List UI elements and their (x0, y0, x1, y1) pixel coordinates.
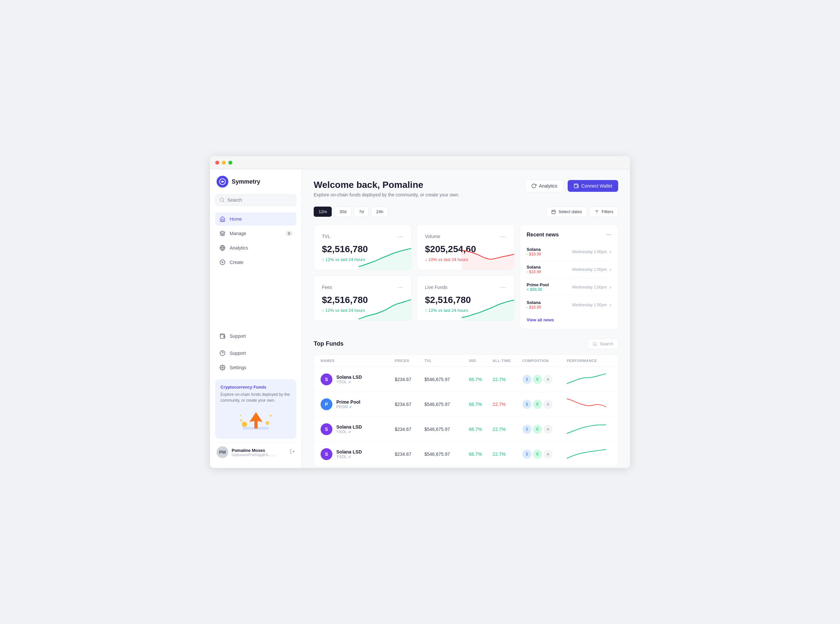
time-filter-24h[interactable]: 24h (371, 207, 388, 217)
filters-button[interactable]: Filters (589, 207, 618, 217)
news-price-3: - $18.99 (527, 305, 572, 309)
top-funds-title: Top Funds (314, 340, 343, 347)
time-filter-7d[interactable]: 7d (354, 207, 368, 217)
table-row[interactable]: S Solana LSD YSOL ✓ $234.67 $546,675.97 … (314, 442, 618, 466)
minimize-dot[interactable] (222, 161, 226, 165)
time-filter-12m[interactable]: 12m (314, 207, 332, 217)
sidebar-item-connect-wallet[interactable]: Support (215, 329, 296, 343)
fund-alltime-2: 22.7% (492, 426, 522, 432)
view-all-news-link[interactable]: View all news (527, 317, 611, 322)
tvl-label: TVL (322, 234, 330, 239)
promo-image-svg: ✦ ✦ (236, 411, 275, 434)
news-item-3[interactable]: Solana - $18.99 Wednesday 1:00pm › (527, 296, 611, 314)
fund-alltime-1: 22.7% (492, 402, 522, 407)
perf-chart-0 (567, 372, 606, 385)
select-dates-button[interactable]: Select dates (546, 207, 587, 217)
svg-marker-11 (249, 412, 263, 429)
funds-table: NAMES PRICES TVL 30D ALL-TIME COMPOSTION… (314, 354, 618, 466)
news-coin-3: Solana (527, 300, 572, 305)
fees-arrow: ↑ (322, 308, 324, 313)
table-row[interactable]: S Solana LSD YSOL ✓ $234.67 $546,675.97 … (314, 367, 618, 392)
volume-chart (462, 247, 514, 270)
fund-avatar-0: S (320, 374, 333, 385)
fund-tvl-3: $546,675.97 (424, 451, 469, 457)
volume-arrow: ↓ (425, 257, 427, 262)
table-header: NAMES PRICES TVL 30D ALL-TIME COMPOSTION… (314, 355, 618, 367)
volume-label: Volume (425, 234, 440, 239)
tvl-menu[interactable]: ⋯ (398, 233, 403, 240)
sidebar-item-analytics[interactable]: Analytics (215, 241, 296, 255)
sidebar-item-settings[interactable]: Settings (215, 361, 296, 374)
fund-composition-2: $ € ≡ (522, 425, 567, 434)
news-info-3: Solana - $18.99 (527, 300, 572, 309)
fees-label-row: Fees ⋯ (322, 284, 403, 291)
analytics-button[interactable]: Analytics (525, 180, 564, 192)
fund-avatar-1: P (320, 398, 333, 410)
news-item-2[interactable]: Prime Pool + $88.00 Wednesday 1:00pm › (527, 278, 611, 296)
fund-performance-1 (567, 397, 611, 411)
fund-30d-3: 66.7% (469, 451, 492, 457)
svg-marker-2 (220, 231, 225, 234)
fees-menu[interactable]: ⋯ (398, 284, 403, 291)
table-row[interactable]: P Prime Pool PRSM ✓ $234.67 $546,675.97 … (314, 392, 618, 417)
funds-search-label: Search (600, 341, 613, 346)
stat-card-live-funds: Live Funds ⋯ $2,516,780 ↑ 12% vs last 24… (417, 275, 515, 321)
time-filter-30d[interactable]: 30d (334, 207, 351, 217)
manage-label: Manage (230, 231, 246, 236)
live-funds-menu[interactable]: ⋯ (500, 284, 506, 291)
fees-label: Fees (322, 285, 332, 290)
svg-point-1 (220, 198, 224, 202)
logo-text: Symmetry (232, 178, 260, 185)
fund-ticker-2: YSOL ✓ (336, 429, 362, 434)
volume-menu[interactable]: ⋯ (500, 233, 506, 240)
live-funds-chart (462, 298, 514, 321)
support-label: Support (230, 351, 246, 356)
comp-icon-blue-3: $ (522, 449, 532, 459)
comp-icon-green-2: € (533, 425, 542, 434)
fund-alltime-0: 22.7% (492, 377, 522, 382)
fund-name-3: Solana LSD (336, 449, 362, 454)
news-chevron-1: › (610, 267, 611, 272)
welcome-section: Welcome back, Pomaline Explore on-chain … (314, 180, 459, 198)
sidebar-item-support[interactable]: Support (215, 347, 296, 360)
comp-icon-green-0: € (533, 375, 542, 384)
news-item-0[interactable]: Solana - $18.99 Wednesday 1:00pm › (527, 243, 611, 261)
news-title: Recent news ⋯ (527, 232, 611, 238)
fund-ticker-0: YSOL ✓ (336, 380, 362, 384)
main-header: Welcome back, Pomaline Explore on-chain … (314, 180, 618, 198)
comp-icon-gray-2: ≡ (543, 425, 552, 434)
news-coin-1: Solana (527, 265, 572, 270)
comp-icon-blue-2: $ (522, 425, 532, 434)
search-box[interactable] (215, 194, 296, 206)
svg-point-25 (593, 342, 596, 345)
close-dot[interactable] (215, 161, 219, 165)
stat-card-volume: Volume ⋯ $205,254,60 ↓ 10% vs last 24 ho… (417, 225, 515, 270)
fund-avatar-3: S (320, 448, 333, 460)
table-row[interactable]: S Solana LSD YSOL ✓ $234.67 $546,675.97 … (314, 417, 618, 442)
fund-price-2: $234.67 (395, 426, 424, 432)
news-item-1[interactable]: Solana - $18.99 Wednesday 1:00pm › (527, 261, 611, 278)
live-funds-label-row: Live Funds ⋯ (425, 284, 506, 291)
news-menu[interactable]: ⋯ (606, 232, 611, 238)
fund-tvl-2: $546,675.97 (424, 426, 469, 432)
funds-search-box[interactable]: Search (588, 338, 618, 349)
sidebar-item-create[interactable]: Create (215, 256, 296, 269)
sidebar-item-home[interactable]: Home (215, 213, 296, 226)
logo-area: Symmetry (215, 176, 296, 188)
fullscreen-dot[interactable] (228, 161, 232, 165)
perf-chart-2 (567, 422, 606, 435)
news-chevron-0: › (610, 249, 611, 255)
comp-icon-green-3: € (533, 449, 542, 459)
promo-card: Cryptocurrency Funds Explore on-chain fu… (215, 379, 296, 439)
fund-price-3: $234.67 (395, 451, 424, 457)
search-input[interactable] (227, 198, 292, 202)
sidebar-item-manage[interactable]: Manage 0 (215, 227, 296, 240)
time-filters: 12m 30d 7d 24h Select dates (314, 207, 618, 217)
sidebar-bottom: Support (215, 329, 296, 343)
connect-wallet-button[interactable]: Connect Wallet (568, 180, 618, 192)
settings-icon (219, 364, 226, 371)
fund-performance-2 (567, 422, 611, 436)
verified-3: ✓ (348, 454, 351, 459)
fund-price-0: $234.67 (395, 377, 424, 382)
logout-icon[interactable] (290, 449, 295, 456)
